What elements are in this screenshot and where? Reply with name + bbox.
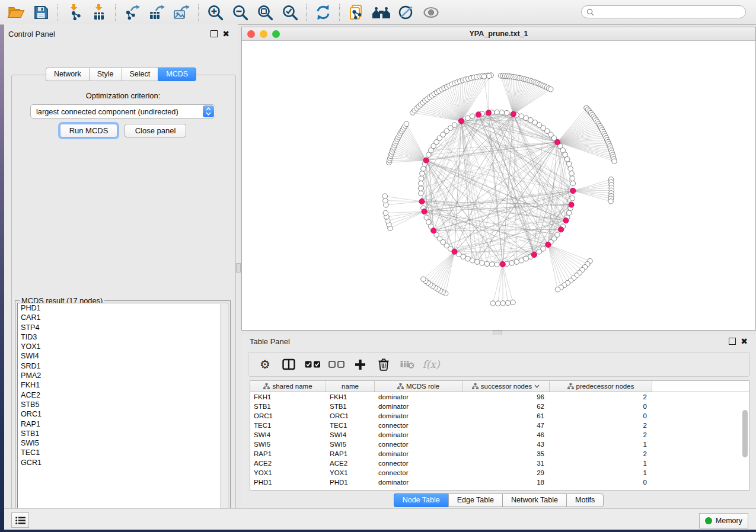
close-panel-button[interactable]: Close panel [125,124,186,137]
network-node[interactable] [421,277,426,282]
delete-columns-button[interactable] [373,354,394,374]
network-node[interactable] [490,301,496,306]
network-node[interactable] [569,171,575,177]
column-header-MCDS-role[interactable]: MCDS role [375,381,462,392]
close-panel-icon[interactable]: ✖ [222,31,229,37]
column-header-shared-name[interactable]: shared name [250,381,326,392]
table-row[interactable]: ORC1ORC1dominator610 [250,411,749,421]
optimization-criterion-select[interactable]: largest connected component (undirected) [30,104,215,118]
mcds-hub-node[interactable] [419,199,425,204]
hide-all-columns-button[interactable] [326,354,347,374]
network-node[interactable] [419,181,424,186]
network-node[interactable] [499,110,505,116]
import-table-button[interactable] [87,2,111,23]
export-network-button[interactable] [120,2,144,23]
create-column-button[interactable] [349,354,371,374]
network-node[interactable] [566,210,572,216]
table-row[interactable]: SWI4SWI4dominator462 [250,430,749,440]
table-row[interactable]: ACE2ACE2connector311 [250,459,749,468]
table-row[interactable]: FKH1FKH1dominator962 [250,392,749,402]
network-node[interactable] [570,181,576,186]
table-row[interactable]: PHD1PHD1dominator180 [250,477,749,487]
run-mcds-button[interactable]: Run MCDS [60,124,117,137]
network-node[interactable] [470,258,475,263]
network-node[interactable] [514,259,519,265]
table-scrollbar-thumb[interactable] [742,410,748,457]
network-node[interactable] [404,121,409,127]
mcds-result-item[interactable]: SRD1 [18,361,228,371]
network-node[interactable] [564,156,570,162]
tab-mcds[interactable]: MCDS [158,68,196,81]
task-history-button[interactable] [11,512,29,528]
open-file-button[interactable] [4,2,28,23]
network-node[interactable] [570,196,575,201]
table-settings-button[interactable]: ⚙ [254,354,276,374]
network-node[interactable] [537,249,542,255]
network-node[interactable] [465,116,471,121]
network-node[interactable] [505,300,511,306]
network-node[interactable] [421,166,426,171]
mcds-result-item[interactable]: RAP1 [18,419,228,429]
list-scrollbar[interactable] [220,304,227,517]
mcds-hub-node[interactable] [452,249,457,254]
network-node[interactable] [495,301,500,306]
table-row[interactable]: TEC1TEC1connector472 [250,421,749,430]
network-node[interactable] [419,176,424,181]
mcds-result-item[interactable]: CAR1 [18,313,228,322]
network-node[interactable] [424,215,429,220]
mcds-hub-node[interactable] [570,188,576,193]
column-header-successor-nodes[interactable]: successor nodes [462,381,550,392]
first-neighbors-button[interactable] [369,2,393,23]
function-builder-button[interactable]: f(x) [420,354,442,374]
network-node[interactable] [382,194,388,199]
mcds-result-item[interactable]: STP4 [18,323,228,332]
network-node[interactable] [509,261,515,266]
vertical-splitter-handle[interactable] [236,263,241,273]
network-node[interactable] [418,186,423,191]
zoom-out-button[interactable] [228,2,252,23]
tab-network[interactable]: Network [46,68,89,81]
tab-network-table[interactable]: Network Table [502,493,566,507]
network-node[interactable] [566,161,572,166]
network-node[interactable] [452,123,457,128]
mcds-hub-node[interactable] [531,252,537,257]
mcds-hub-node[interactable] [569,202,574,207]
zoom-in-button[interactable] [203,2,227,23]
export-table-button[interactable] [145,2,169,23]
network-node[interactable] [486,73,492,79]
network-node[interactable] [570,176,575,181]
mcds-result-item[interactable]: STB1 [18,429,228,438]
tab-style[interactable]: Style [89,68,122,81]
close-table-panel-icon[interactable]: ✖ [741,338,748,344]
mcds-hub-node[interactable] [559,227,564,232]
level-of-detail-button[interactable] [419,2,443,23]
zoom-fit-button[interactable] [253,2,277,23]
network-node[interactable] [474,259,480,265]
memory-button[interactable]: Memory [699,513,748,528]
mcds-hub-node[interactable] [555,139,560,145]
mcds-result-item[interactable]: ORC1 [18,409,228,419]
hide-graphics-details-button[interactable] [394,2,418,23]
save-session-button[interactable] [29,2,53,23]
network-node[interactable] [612,159,617,164]
search-field[interactable] [581,5,746,18]
mcds-result-item[interactable]: SWI5 [18,438,228,448]
network-node[interactable] [489,262,495,267]
mcds-result-item[interactable]: PHD1 [18,303,228,313]
mcds-hub-node[interactable] [500,261,505,267]
mcds-result-item[interactable]: YOX1 [18,342,228,351]
mcds-hub-node[interactable] [422,209,427,214]
export-image-button[interactable] [170,2,194,23]
mcds-result-item[interactable]: PMA2 [18,371,228,380]
network-node[interactable] [548,86,553,92]
network-node[interactable] [470,114,475,119]
network-window-titlebar[interactable]: YPA_prune.txt_1 [242,27,755,41]
tab-motifs[interactable]: Motifs [566,493,604,507]
search-input[interactable] [594,7,745,17]
mcds-result-item[interactable]: GCR1 [18,458,228,467]
mcds-result-list[interactable]: PHD1CAR1STP4TID3YOX1SWI4SRD1PMA2FKH1ACE2… [17,303,228,518]
import-network-button[interactable] [62,2,86,23]
clone-network-button[interactable] [344,2,368,23]
column-header-predecessor-nodes[interactable]: predecessor nodes [550,381,652,392]
tab-select[interactable]: Select [122,68,158,81]
